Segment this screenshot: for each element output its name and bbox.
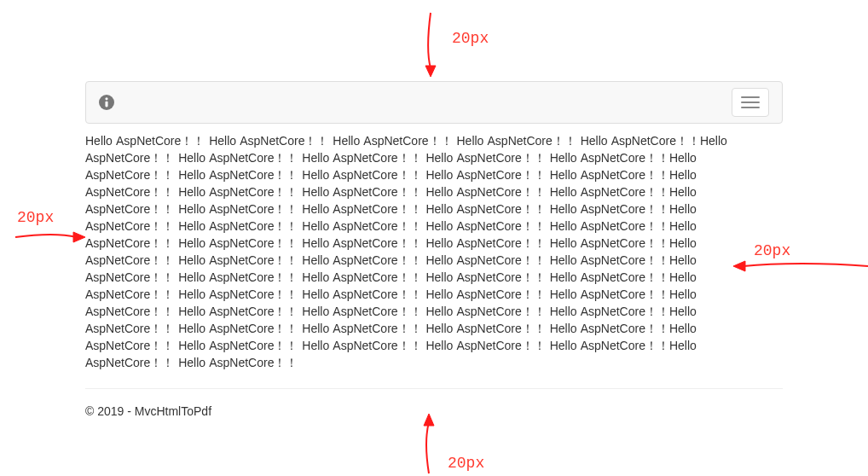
body-paragraph: Hello AspNetCore！！ Hello AspNetCore！！ He… (85, 132, 783, 371)
hamburger-bar (741, 107, 760, 108)
navbar-toggle-button[interactable] (732, 88, 769, 117)
margin-label-left: 20px (17, 209, 54, 226)
hamburger-bar (741, 96, 760, 98)
hamburger-bar (741, 102, 760, 103)
info-icon (99, 95, 114, 110)
arrow-top (422, 13, 439, 77)
svg-rect-6 (105, 102, 107, 107)
arrow-bottom (420, 414, 437, 473)
margin-label-top: 20px (452, 30, 489, 47)
navbar (85, 81, 783, 124)
footer-text: © 2019 - MvcHtmlToPdf (85, 404, 783, 418)
arrow-left (15, 229, 85, 246)
svg-marker-0 (425, 66, 436, 77)
footer-separator (85, 388, 783, 389)
content-area: Hello AspNetCore！！ Hello AspNetCore！！ He… (85, 81, 783, 418)
margin-label-bottom: 20px (448, 455, 484, 472)
svg-point-5 (105, 97, 107, 100)
svg-marker-1 (73, 232, 85, 242)
page-canvas: 20px 20px 20px 20px (0, 0, 868, 476)
